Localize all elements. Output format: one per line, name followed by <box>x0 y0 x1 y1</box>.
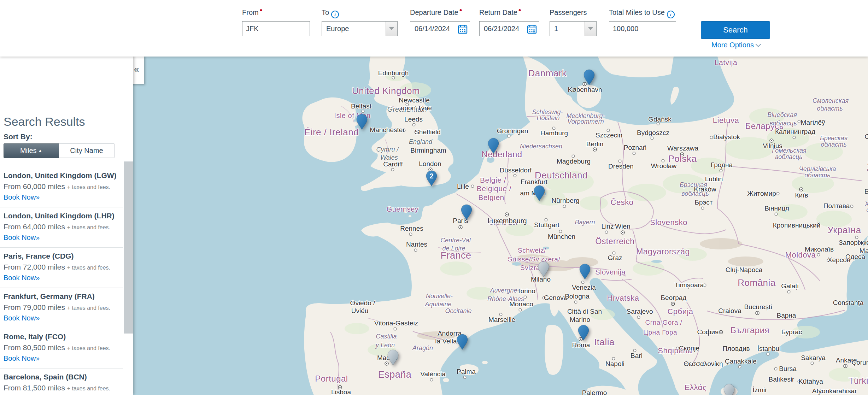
map-pin-blue[interactable] <box>579 264 591 280</box>
result-fees-note: + taxes and fees. <box>67 385 110 391</box>
from-field: From• <box>242 8 262 17</box>
award-map-screen: LatvijaDanmarkUnited KingdomÉire / Irela… <box>0 0 868 395</box>
return-value: 06/21/2024 <box>484 25 519 33</box>
to-value: Europe <box>326 25 349 33</box>
sort-by-label: Sort By: <box>4 132 33 141</box>
map-pin-grey[interactable] <box>538 261 549 277</box>
result-item: London, United Kingdom (LHR)From 64,000 … <box>0 207 124 248</box>
map-pin-blue[interactable] <box>457 334 468 350</box>
sort-buttons: Miles ▲City Name <box>4 143 115 158</box>
return-date-field: Return Date• 06/21/2024 <box>479 8 521 17</box>
scrollbar-thumb[interactable] <box>124 161 133 334</box>
result-city: Paris, France (CDG) <box>4 248 124 260</box>
panel-title: Search Results <box>4 115 85 129</box>
map-pin-blue[interactable] <box>583 69 595 86</box>
total-miles-input[interactable] <box>609 21 676 36</box>
departure-value: 06/14/2024 <box>415 25 450 33</box>
map-pin-blue[interactable] <box>578 325 589 341</box>
result-miles: From 81,500 miles + taxes and fees. <box>4 384 124 392</box>
to-field: Toi Europe <box>322 8 339 18</box>
passengers-value: 1 <box>554 25 558 33</box>
return-label: Return Date• <box>479 8 521 16</box>
map-pin-blue-cluster[interactable]: 2 <box>426 170 437 187</box>
search-button[interactable]: Search <box>701 21 770 39</box>
return-input[interactable]: 06/21/2024 <box>479 21 539 36</box>
result-item: Rome, Italy (FCO)From 80,500 miles + tax… <box>0 328 124 369</box>
calendar-icon[interactable] <box>527 24 537 34</box>
book-now-link[interactable]: Book Now» <box>4 193 40 201</box>
result-miles: From 72,000 miles + taxes and fees. <box>4 263 124 271</box>
result-fees-note: + taxes and fees. <box>67 345 110 351</box>
required-asterisk: • <box>260 6 263 14</box>
chevron-down-icon <box>386 22 397 36</box>
result-city: Rome, Italy (FCO) <box>4 328 124 341</box>
book-now-link[interactable]: Book Now» <box>4 274 40 282</box>
result-miles: From 80,500 miles + taxes and fees. <box>4 343 124 352</box>
search-results-panel: Search Results Sort By: Miles ▲City Name… <box>0 55 133 395</box>
result-item: Frankfurt, Germany (FRA)From 79,000 mile… <box>0 288 124 328</box>
chevron-down-icon <box>756 42 761 47</box>
result-fees-note: + taxes and fees. <box>67 224 110 230</box>
more-options-link[interactable]: More Options <box>702 41 770 49</box>
result-item: Barcelona, Spain (BCN)From 81,500 miles … <box>0 369 124 395</box>
result-fees-note: + taxes and fees. <box>67 305 110 311</box>
result-miles: From 64,000 miles + taxes and fees. <box>4 223 124 231</box>
departure-input[interactable]: 06/14/2024 <box>410 21 470 36</box>
result-miles: From 60,000 miles + taxes and fees. <box>4 182 124 191</box>
to-label: Toi <box>322 8 339 16</box>
departure-date-field: Departure Date• 06/14/2024 <box>410 8 462 17</box>
result-fees-note: + taxes and fees. <box>67 184 110 190</box>
required-asterisk: • <box>459 6 462 14</box>
from-label: From• <box>242 8 262 16</box>
total-miles-label: Total Miles to Usei <box>609 8 675 16</box>
result-city: London, United Kingdom (LGW) <box>4 167 124 180</box>
departure-label: Departure Date• <box>410 8 462 16</box>
book-now-link[interactable]: Book Now» <box>4 354 40 362</box>
map-pin-grey[interactable] <box>723 384 735 395</box>
required-asterisk: • <box>518 6 521 14</box>
results-list: London, United Kingdom (LGW)From 60,000 … <box>0 167 124 395</box>
book-now-link[interactable]: Book Now» <box>4 314 40 322</box>
calendar-icon[interactable] <box>458 24 468 34</box>
result-city: Frankfurt, Germany (FRA) <box>4 288 124 301</box>
map-pin-grey[interactable] <box>387 349 399 366</box>
result-city: London, United Kingdom (LHR) <box>4 207 124 220</box>
passengers-label: Passengers <box>550 8 587 16</box>
sort-button-city-name[interactable]: City Name <box>59 143 115 158</box>
passengers-select[interactable]: 1 <box>550 21 597 36</box>
result-miles: From 79,000 miles + taxes and fees. <box>4 303 124 312</box>
map-pin-blue[interactable] <box>534 185 545 201</box>
result-item: London, United Kingdom (LGW)From 60,000 … <box>0 167 124 207</box>
result-fees-note: + taxes and fees. <box>67 265 110 271</box>
book-now-link[interactable]: Book Now» <box>4 234 40 242</box>
cluster-count: 2 <box>426 172 437 180</box>
result-city: Barcelona, Spain (BCN) <box>4 369 124 381</box>
map-pin-blue[interactable] <box>461 204 472 220</box>
from-input[interactable] <box>242 21 310 36</box>
total-miles-field: Total Miles to Usei <box>609 8 675 18</box>
passengers-field: Passengers 1 <box>550 8 587 17</box>
chevron-down-icon <box>585 22 596 36</box>
sort-button-miles[interactable]: Miles ▲ <box>4 143 59 158</box>
info-icon[interactable]: i <box>667 11 675 18</box>
search-form-bar: From• Toi Europe Departure Date• 06/14/2… <box>0 0 868 57</box>
more-options-label: More Options <box>711 41 754 49</box>
to-select[interactable]: Europe <box>322 21 398 36</box>
info-icon[interactable]: i <box>331 11 339 18</box>
result-item: Paris, France (CDG)From 72,000 miles + t… <box>0 248 124 288</box>
map-pin-blue[interactable] <box>356 114 368 130</box>
map-pin-blue[interactable] <box>488 138 499 154</box>
